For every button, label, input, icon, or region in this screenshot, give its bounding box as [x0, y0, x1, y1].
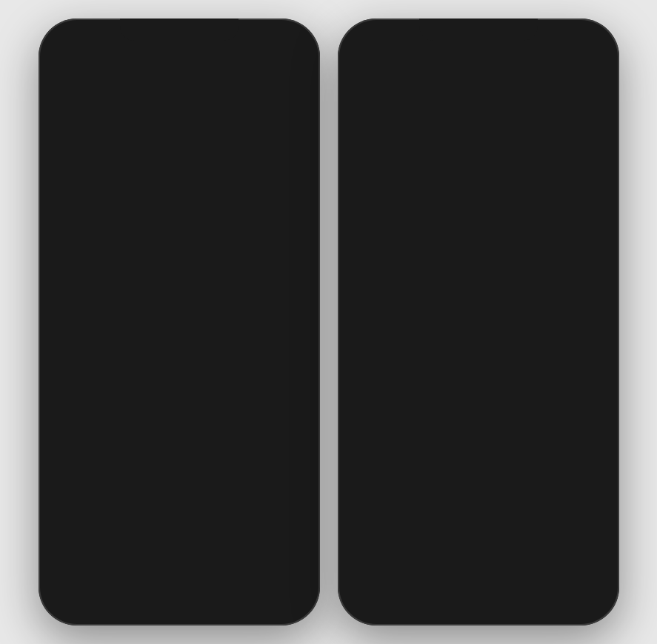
status-time-1: 11:06 [65, 38, 93, 50]
tab-sounds-1[interactable]: Sounds [172, 88, 219, 111]
filter-chips: All Unwatched Watched Recently uploaded [347, 112, 610, 141]
search-input-wrapper-1[interactable]: 🔍 Bitcoin giveaway ✕ [67, 61, 279, 83]
search-input-wrapper-2[interactable]: 🔍 ethereum giveaway ✕ [366, 61, 578, 83]
fox-ticker-text: THERUM — FACT TO THE FI... [484, 318, 559, 323]
video-grid-1: PROMO CODE I don't believe it!! 🔥🤯 1h ag… [53, 118, 305, 555]
battery-icon-2: ▓ [586, 39, 593, 50]
video-likes-1: ♡ 16 [159, 339, 175, 347]
fox-text: U.S. Politics World [511, 295, 557, 300]
author-2: MAX Crypto Max [482, 264, 533, 279]
battery-icon: ▓ [287, 39, 293, 50]
info-title-1: Promo: Giveaway 🚀 #ethereumforbegibne... [353, 241, 476, 263]
video-meta-2: L Leon ♡ 3 [183, 336, 304, 349]
woke-text: I woke up rich!!🔥🔥🔥 [487, 436, 560, 443]
author-name-1: Crypto Max [371, 268, 405, 275]
avatar-2: MAX [482, 264, 497, 279]
video-meta-1: B Brynn 🇬 ♡ 16 [55, 336, 176, 349]
thumb-bg-2: MSNBC ELON MUSK BITCOIN GIVEAWAY [481, 150, 604, 227]
info-card-2: Promo: Giveaway 🚀 #ethereumforbegibne...… [481, 241, 604, 281]
video-card-2[interactable]: Elon Musk has lost his mind! I can't bel… [181, 118, 305, 352]
list-card-3[interactable] [353, 288, 476, 480]
likes-count-1: 16 [167, 339, 175, 347]
tab-top-1[interactable]: Top [56, 88, 88, 111]
video-info-4: PROMO CODE: [181, 549, 305, 555]
clear-button-2[interactable]: ✕ [561, 66, 570, 78]
msnbc-bar-1: MSNBC ELON MUSK BITCOIN GIVEAWAY [353, 220, 476, 227]
heart-icon: ♡ [462, 267, 469, 275]
chip-all[interactable]: All [356, 118, 384, 135]
time-1: 5h ago [353, 227, 476, 238]
tab-live-2[interactable]: LIVE [556, 88, 591, 111]
search-icon-1: 🔍 [74, 67, 86, 78]
more-button-1[interactable]: ··· [284, 64, 301, 80]
tab-videos-2[interactable]: Videos [387, 88, 431, 111]
chip-watched[interactable]: Watched [460, 118, 514, 135]
video-branding-2: SPACEPRO [181, 288, 305, 297]
tab-videos-1[interactable]: Videos [87, 88, 132, 111]
tab-sounds-2[interactable]: Sounds [471, 88, 518, 111]
phone-2: 11:17 ●●● ▲ ▓ ‹ 🔍 ethereum giveaway ✕ ··… [338, 19, 619, 625]
video-branding-3: ELON390 [53, 524, 177, 533]
author-4: A Amanda Willia... [482, 506, 546, 519]
video-overlay-1: I don't believe it!! 🔥🤯 [59, 278, 171, 289]
video-info-2: #bitcoinforbeginners2023 #cryptoforbegin… [181, 310, 305, 353]
video-card-4[interactable]: Elon Musk has lost is mind! I can't beli… [181, 357, 305, 555]
video-card-3[interactable]: Elon Musk has lost is mind! I can't beli… [53, 357, 177, 555]
tab-live-1[interactable]: LIVE [256, 88, 292, 111]
status-icons-1: ●●● ▲ ▓ [254, 39, 293, 50]
chip-unwatched[interactable]: Unwatched [390, 118, 454, 135]
fox-logo: FOXNEWS [484, 290, 508, 305]
author-1: MAX Crypto Max [354, 264, 405, 279]
fox-ticker: THERUM — FACT TO THE FI... [481, 310, 604, 326]
video-title-1: #bitcointrading Thank you, Elon!! 🧧🔥🔥 EL… [55, 313, 176, 335]
title-bold-2: Promo: Giveaway 🚀 [482, 242, 563, 251]
video-info-1: #bitcointrading Thank you, Elon!! 🧧🔥🔥 EL… [53, 310, 177, 353]
tabs-1: Top Videos Users Sounds Shop LIVE [47, 88, 311, 112]
phone-screen-2: 11:17 ●●● ▲ ▓ ‹ 🔍 ethereum giveaway ✕ ··… [347, 27, 610, 617]
top-row-info: Promo: Giveaway 🚀 #ethereumforbegibne...… [353, 241, 604, 285]
video-thumb-1: PROMO CODE I don't believe it!! 🔥🤯 1h ag… [53, 118, 177, 310]
likes-1: ♡ 1 [462, 267, 475, 275]
video-thumb-4: Elon Musk has lost is mind! I can't beli… [181, 357, 305, 549]
tab-top-2[interactable]: Top [356, 88, 387, 111]
wifi-icon: ▲ [274, 39, 283, 50]
tab-shop-1[interactable]: Shop [219, 88, 256, 111]
search-icon-2: 🔍 [373, 67, 385, 78]
tab-shop-2[interactable]: Shop [518, 88, 556, 111]
list-card-2[interactable]: MSNBC ELON MUSK BITCOIN GIVEAWAY 5h ago [481, 150, 604, 238]
tab-users-1[interactable]: Users [132, 88, 172, 111]
thumb-bg-4: FOXNEWS U.S. Politics World THERUM — FAC… [481, 288, 604, 480]
sound-icon-4: 🔇 [588, 466, 598, 476]
author-avatar-1: B [55, 336, 68, 349]
info-card-1: Promo: Giveaway 🚀 #ethereumforbegibne...… [353, 241, 476, 281]
title-rest-2: #ethereumforbegibne... [482, 253, 567, 262]
video-card-1[interactable]: PROMO CODE I don't believe it!! 🔥🤯 1h ag… [53, 118, 177, 352]
avatar-4: A [482, 506, 496, 519]
status-bar-2: 11:17 ●●● ▲ ▓ [347, 27, 610, 56]
clear-button-1[interactable]: ✕ [262, 66, 271, 78]
video-thumb-3: Elon Musk has lost is mind! I can't beli… [53, 357, 177, 549]
time-2: 5h ago [481, 227, 604, 238]
likes-count-2: 1 [598, 267, 603, 275]
signal-icon: ●●● [254, 39, 270, 50]
tab-users-2[interactable]: Users [431, 88, 471, 111]
top-row-thumbs: MSNBC ELON MUSK BITCOIN GIVEAWAY 5h ago [353, 147, 604, 241]
thumb-bg-3 [353, 288, 476, 480]
likes-count: 1 [470, 267, 475, 275]
author-name-2: Crypto Max [499, 268, 533, 275]
avatar-1: MAX [354, 264, 369, 279]
chip-recent[interactable]: Recently uploaded [520, 118, 610, 135]
promo-bar-4: PROMO CODE: [181, 542, 305, 555]
wifi-icon-2: ▲ [573, 39, 582, 50]
search-bar-2: ‹ 🔍 ethereum giveaway ✕ ··· [347, 56, 610, 88]
back-button-1[interactable]: ‹ [56, 64, 61, 81]
list-card-1[interactable]: MSNBC ELON MUSK BITCOIN GIVEAWAY 5h ago [353, 150, 476, 238]
list-card-4[interactable]: FOXNEWS U.S. Politics World THERUM — FAC… [481, 288, 604, 480]
more-button-2[interactable]: ··· [584, 64, 601, 80]
video-author-1: B Brynn 🇬 [55, 336, 100, 349]
author-name-2: Leon [199, 339, 216, 347]
likes-count-4: 14 [594, 509, 602, 517]
meta-2: MAX Crypto Max ♡ 1 [481, 263, 604, 281]
back-button-2[interactable]: ‹ [356, 64, 361, 81]
likes-4: ♡ 14 [586, 509, 602, 517]
